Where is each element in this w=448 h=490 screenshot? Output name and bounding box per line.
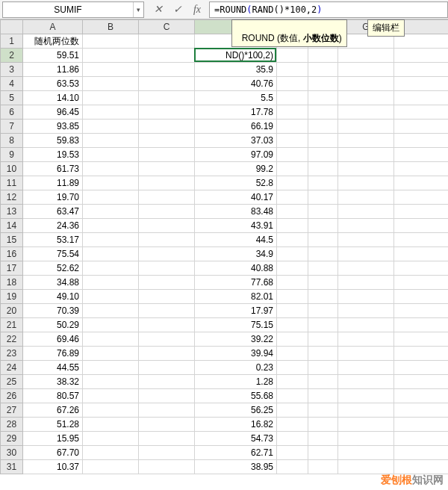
cell[interactable] xyxy=(394,361,449,375)
cell[interactable] xyxy=(394,347,449,361)
cell[interactable] xyxy=(308,446,338,460)
row-header[interactable]: 25 xyxy=(1,375,23,389)
row-header[interactable]: 4 xyxy=(1,77,23,91)
cell[interactable] xyxy=(83,460,139,474)
cell[interactable] xyxy=(308,375,338,389)
cell[interactable] xyxy=(277,403,308,418)
cell[interactable] xyxy=(277,162,308,176)
cell[interactable] xyxy=(83,91,139,105)
cell[interactable] xyxy=(83,148,139,162)
cell[interactable] xyxy=(83,176,139,190)
row-header[interactable]: 11 xyxy=(1,176,23,190)
cell[interactable] xyxy=(277,91,308,105)
cell[interactable] xyxy=(338,176,394,190)
cell[interactable]: 75.54 xyxy=(23,247,83,261)
cell[interactable] xyxy=(83,247,139,261)
cell[interactable] xyxy=(338,418,394,432)
cell[interactable]: 11.89 xyxy=(23,176,83,190)
cell[interactable] xyxy=(277,219,308,233)
cell[interactable] xyxy=(83,304,139,318)
cell[interactable] xyxy=(277,205,308,219)
cell[interactable] xyxy=(139,34,195,49)
cancel-icon[interactable]: ✕ xyxy=(152,4,164,16)
cell[interactable]: 43.91 xyxy=(195,219,277,233)
cell[interactable] xyxy=(394,418,449,432)
cell[interactable]: 62.71 xyxy=(195,446,277,460)
cell[interactable] xyxy=(338,63,394,77)
cell[interactable] xyxy=(83,49,139,63)
cell[interactable] xyxy=(308,148,338,162)
cell[interactable] xyxy=(139,375,195,389)
cell[interactable] xyxy=(277,304,308,318)
cell[interactable] xyxy=(394,247,449,261)
cell[interactable] xyxy=(394,49,449,63)
cell[interactable] xyxy=(308,77,338,91)
row-header[interactable]: 5 xyxy=(1,91,23,105)
cell[interactable] xyxy=(277,276,308,290)
cell[interactable] xyxy=(308,49,338,63)
cell[interactable] xyxy=(338,105,394,120)
cell[interactable] xyxy=(308,120,338,134)
cell[interactable] xyxy=(394,176,449,190)
row-header[interactable]: 31 xyxy=(1,460,23,474)
cell[interactable] xyxy=(338,247,394,261)
cell[interactable] xyxy=(308,318,338,332)
cell[interactable]: 19.53 xyxy=(23,148,83,162)
cell[interactable] xyxy=(338,120,394,134)
cell[interactable] xyxy=(277,460,308,474)
cell[interactable] xyxy=(277,247,308,261)
cell[interactable] xyxy=(83,162,139,176)
cell[interactable] xyxy=(83,261,139,276)
cell[interactable] xyxy=(338,446,394,460)
cell[interactable]: 52.8 xyxy=(195,176,277,190)
cell[interactable]: 67.26 xyxy=(23,403,83,418)
cell[interactable] xyxy=(338,276,394,290)
cell[interactable]: 77.68 xyxy=(195,276,277,290)
cell[interactable]: 38.32 xyxy=(23,375,83,389)
cell[interactable]: ND()*100,2) xyxy=(195,49,277,63)
cell[interactable]: 69.46 xyxy=(23,332,83,347)
cell[interactable] xyxy=(277,389,308,403)
cell[interactable] xyxy=(308,460,338,474)
cell[interactable] xyxy=(277,290,308,304)
cell[interactable] xyxy=(83,403,139,418)
cell[interactable] xyxy=(139,105,195,120)
cell[interactable] xyxy=(308,190,338,205)
cell[interactable] xyxy=(338,148,394,162)
cell[interactable]: 15.95 xyxy=(23,432,83,446)
cell[interactable] xyxy=(338,403,394,418)
cell[interactable] xyxy=(139,347,195,361)
cell[interactable] xyxy=(394,134,449,148)
cell[interactable] xyxy=(308,233,338,247)
cell[interactable] xyxy=(83,34,139,49)
cell[interactable] xyxy=(139,120,195,134)
cell[interactable]: 51.28 xyxy=(23,418,83,432)
row-header[interactable]: 7 xyxy=(1,120,23,134)
cell[interactable] xyxy=(394,148,449,162)
cell[interactable] xyxy=(277,432,308,446)
cell[interactable] xyxy=(394,91,449,105)
cell[interactable]: 56.25 xyxy=(195,403,277,418)
row-header[interactable]: 15 xyxy=(1,233,23,247)
cell[interactable] xyxy=(139,190,195,205)
row-header[interactable]: 20 xyxy=(1,304,23,318)
cell[interactable] xyxy=(338,162,394,176)
cell[interactable] xyxy=(394,105,449,120)
cell[interactable]: 17.78 xyxy=(195,105,277,120)
row-header[interactable]: 16 xyxy=(1,247,23,261)
cell[interactable] xyxy=(338,361,394,375)
cell[interactable] xyxy=(83,205,139,219)
cell[interactable] xyxy=(308,162,338,176)
cell[interactable] xyxy=(394,332,449,347)
cell[interactable] xyxy=(83,389,139,403)
cell[interactable] xyxy=(308,418,338,432)
cell[interactable]: 99.2 xyxy=(195,162,277,176)
cell[interactable] xyxy=(83,375,139,389)
confirm-icon[interactable]: ✓ xyxy=(172,4,184,16)
cell[interactable] xyxy=(83,432,139,446)
row-header[interactable]: 2 xyxy=(1,49,23,63)
cell[interactable]: 24.36 xyxy=(23,219,83,233)
cell[interactable] xyxy=(394,389,449,403)
cell[interactable]: 40.76 xyxy=(195,77,277,91)
cell[interactable] xyxy=(83,219,139,233)
